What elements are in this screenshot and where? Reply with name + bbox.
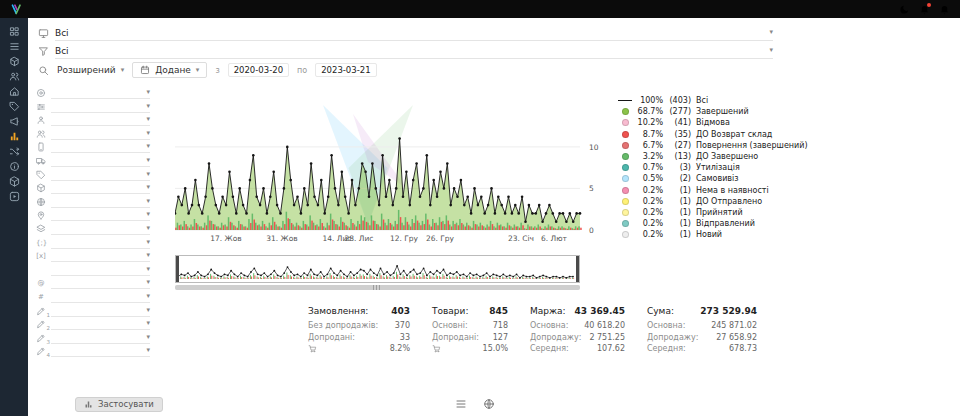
search-icon[interactable] xyxy=(38,65,49,76)
brush-handle-left[interactable] xyxy=(176,256,179,282)
globe-view-icon[interactable] xyxy=(483,398,495,410)
legend-item[interactable]: 68.7%(277)Завершений xyxy=(617,106,808,117)
orders-chart[interactable]: 051017. Жов31. Жов14. Лис28. Лис12. Гру2… xyxy=(175,93,605,243)
filter-select-15[interactable] xyxy=(51,277,150,289)
legend-count: (1) xyxy=(663,186,691,195)
legend-label: Утилізація xyxy=(696,163,740,172)
users-icon xyxy=(36,129,46,139)
scrollbar-grip-icon xyxy=(373,285,382,290)
stats-subvalue: 40 618.20 xyxy=(584,321,625,330)
filter-row-status: Всі xyxy=(38,43,960,59)
legend-item[interactable]: 0.2%(1)Прийнятий xyxy=(617,207,808,218)
legend-label: Самовивіз xyxy=(696,174,739,183)
overview-brush[interactable] xyxy=(175,255,580,283)
filter-select-13[interactable] xyxy=(51,250,150,262)
notifications-icon[interactable] xyxy=(919,4,930,15)
status-filter-select[interactable]: Всі xyxy=(55,43,773,59)
sidebar-item-shop[interactable] xyxy=(9,86,20,97)
legend-item[interactable]: 0.2%(1)Нема в наявності xyxy=(617,185,808,196)
legend-count: (1) xyxy=(663,208,691,217)
filter-select-18[interactable] xyxy=(51,318,150,330)
stats-subvalue: 718 xyxy=(493,321,508,330)
legend-dot-swatch xyxy=(617,175,633,182)
legend-percent: 0.5% xyxy=(635,174,663,183)
sidebar-item-integrations[interactable] xyxy=(9,146,20,157)
chevron-down-icon xyxy=(146,334,150,341)
stats-title-value: 403 xyxy=(391,306,410,316)
legend-count: (1) xyxy=(663,230,691,239)
filter-select-9[interactable] xyxy=(51,196,150,208)
stats-column: Замовлення:403Без допродажів:370Допродан… xyxy=(308,306,410,355)
app-logo-icon[interactable] xyxy=(10,3,23,16)
overview-scrollbar[interactable] xyxy=(175,285,580,290)
sidebar-item-marketing[interactable] xyxy=(9,116,20,127)
date-field-select[interactable]: Додане xyxy=(132,62,207,78)
filter-select-3[interactable] xyxy=(51,114,150,126)
filter-select-12[interactable] xyxy=(51,237,150,249)
sidebar-item-info[interactable] xyxy=(9,161,20,172)
filter-select-1[interactable] xyxy=(51,87,150,99)
stats-subrow: Основні:718 xyxy=(432,320,508,332)
filter-select-8[interactable] xyxy=(51,182,150,194)
sidebar-item-clients[interactable] xyxy=(9,71,20,82)
filter-row: 3 xyxy=(36,332,150,344)
legend-item[interactable]: 100%(403)Всі xyxy=(617,95,808,106)
sidebar-item-dashboard[interactable] xyxy=(9,26,20,37)
legend-item[interactable]: 0.2%(1)ДО Отправлено xyxy=(617,196,808,207)
date-from-input[interactable]: 2020-03-20 xyxy=(228,63,289,77)
filter-select-19[interactable] xyxy=(51,332,150,344)
legend-item[interactable]: 0.7%(3)Утилізація xyxy=(617,162,808,173)
filter-select-16[interactable] xyxy=(51,291,150,303)
theme-icon[interactable] xyxy=(899,4,910,15)
stats-sublabel: Основна: xyxy=(647,321,685,330)
filter-select-11[interactable] xyxy=(51,223,150,235)
date-to-input[interactable]: 2023-03-21 xyxy=(315,63,376,77)
legend-item[interactable]: 8.7%(35)ДО Возврат склад xyxy=(617,129,808,140)
sidebar-item-orders[interactable] xyxy=(9,41,20,52)
top-bar xyxy=(0,0,960,18)
legend-item[interactable]: 3.2%(13)ДО Завершено xyxy=(617,151,808,162)
mode-select[interactable]: Розширений xyxy=(57,65,124,75)
sliders-icon xyxy=(36,102,46,112)
filter-select-17[interactable] xyxy=(51,305,150,317)
filter-select-14[interactable] xyxy=(51,264,150,276)
sidebar-item-products[interactable] xyxy=(9,56,20,67)
source-filter-select[interactable]: Всі xyxy=(55,25,773,41)
scrollbar-thumb[interactable] xyxy=(175,285,580,290)
chevron-down-icon xyxy=(146,198,150,205)
svg-text:26. Гру: 26. Гру xyxy=(426,234,455,243)
list-view-icon[interactable] xyxy=(455,398,467,410)
filter-select-6[interactable] xyxy=(51,155,150,167)
stats-column: Маржа:43 369.45Основна:40 618.20Допродаж… xyxy=(530,306,625,355)
filter-select-10[interactable] xyxy=(51,209,150,221)
alerts-icon[interactable] xyxy=(939,4,950,15)
legend-percent: 68.7% xyxy=(635,107,663,116)
sidebar-item-pricing[interactable] xyxy=(9,101,20,112)
filter-row xyxy=(36,114,150,126)
sidebar-item-statistics[interactable] xyxy=(9,131,20,142)
filter-select-2[interactable] xyxy=(51,101,150,113)
sidebar-item-apps[interactable] xyxy=(9,176,20,187)
legend-label: ДО Возврат склад xyxy=(696,130,772,139)
filter-select-4[interactable] xyxy=(51,128,150,140)
legend-item[interactable]: 0.2%(1)Новий xyxy=(617,229,808,240)
chevron-down-icon xyxy=(146,130,150,137)
legend-label: Нема в наявності xyxy=(696,186,769,195)
legend-percent: 0.2% xyxy=(635,230,663,239)
svg-text:17. Жов: 17. Жов xyxy=(210,234,241,243)
filter-select-7[interactable] xyxy=(51,169,150,181)
sidebar-item-video[interactable] xyxy=(9,191,20,202)
apply-button[interactable]: Застосувати xyxy=(75,397,163,412)
legend-item[interactable]: 0.2%(1)Відправлений xyxy=(617,218,808,229)
legend-item[interactable]: 0.5%(2)Самовивіз xyxy=(617,173,808,184)
pencil-icon: 3 xyxy=(36,333,46,343)
brush-handle-right[interactable] xyxy=(576,256,579,282)
filter-select-20[interactable] xyxy=(51,345,150,357)
legend-item[interactable]: 10.2%(41)Відмова xyxy=(617,117,808,128)
svg-text:5: 5 xyxy=(589,184,594,193)
legend-item[interactable]: 6.7%(27)Повернення (завершений) xyxy=(617,140,808,151)
filter-select-5[interactable] xyxy=(51,141,150,153)
filter-row xyxy=(36,169,150,181)
stats-subvalue: 27 658.92 xyxy=(716,333,757,342)
chevron-down-icon xyxy=(146,89,150,96)
